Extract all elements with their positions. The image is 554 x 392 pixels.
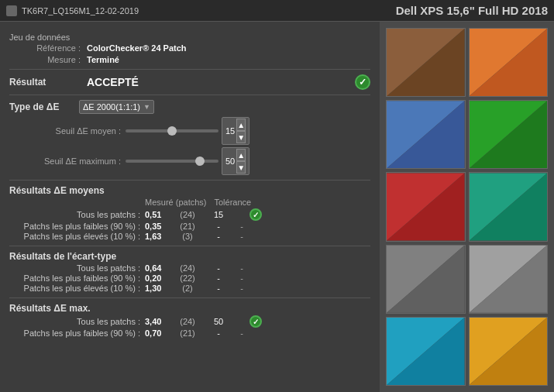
- col-header-mesure: Mesuré (patchs): [145, 198, 206, 207]
- stddev-row-0-tolerance: -: [203, 263, 234, 273]
- title-bar-left: TK6R7_LQ156M1_12-02-2019: [6, 5, 139, 16]
- delta-type-dropdown-value: ΔE 2000(1:1:1): [83, 102, 140, 112]
- stddev-row-2-count: (2): [172, 284, 203, 293]
- max-row-1-count: (21): [172, 328, 203, 338]
- max-row-0: Tous les patchs : 3,40 (24) 50 ✓: [9, 315, 370, 328]
- stddev-section-label: Résultats de l'écart-type: [9, 251, 370, 262]
- patch-7: [386, 245, 466, 314]
- mean-slider-value: 15: [225, 126, 235, 136]
- mean-row-2-value: 1,63: [145, 232, 172, 241]
- patch-6: [469, 172, 549, 241]
- divider-4: [9, 246, 370, 246]
- mean-slider-container: 15 ▲ ▼: [126, 117, 249, 145]
- patch-3: [386, 100, 466, 169]
- app-icon: [6, 5, 17, 16]
- measure-label: Mesure :: [25, 55, 87, 64]
- max-row-1-dash: -: [234, 328, 249, 338]
- patch-1: [386, 28, 466, 97]
- mean-slider-value-box: 15 ▲ ▼: [222, 117, 249, 145]
- measure-value: Terminé: [87, 55, 119, 64]
- mean-row-0: Tous les patchs : 0,51 (24) 15 ✓: [9, 208, 370, 221]
- patch-4: [469, 100, 549, 169]
- mean-slider-label: Seuil ΔE moyen :: [17, 126, 126, 136]
- stddev-row-0-value: 0,64: [145, 263, 172, 273]
- stddev-row-0-count: (24): [172, 263, 203, 273]
- stddev-row-1-count: (22): [172, 273, 203, 283]
- patch-8: [469, 245, 549, 314]
- max-slider-row: Seuil ΔE maximum : 50 ▲ ▼: [9, 147, 370, 175]
- mean-slider[interactable]: [126, 129, 219, 132]
- left-panel: Jeu de données Référence : ColorChecker®…: [0, 22, 380, 392]
- delta-type-dropdown[interactable]: ΔE 2000(1:1:1) ▼: [79, 100, 154, 114]
- stddev-row-2: Patchs les plus élevés (10 %) : 1,30 (2)…: [9, 284, 370, 293]
- max-slider-increment[interactable]: ▲: [236, 149, 246, 161]
- stddev-row-0-label: Tous les patchs :: [17, 263, 145, 273]
- mean-row-0-tolerance: 15: [203, 210, 234, 219]
- stddev-row-0: Tous les patchs : 0,64 (24) - -: [9, 263, 370, 273]
- max-slider-decrement[interactable]: ▼: [236, 161, 246, 174]
- color-patches-panel: [380, 22, 554, 392]
- mean-results-header: Mesuré (patchs) Tolérance: [9, 198, 370, 207]
- mean-row-1-label: Patchs les plus faibles (90 %) :: [17, 222, 145, 231]
- max-row-1-label: Patchs les plus faibles (90 %) :: [17, 328, 145, 338]
- stddev-row-1-tolerance: -: [203, 273, 234, 283]
- max-slider-value-box: 50 ▲ ▼: [222, 147, 249, 175]
- col-header-tolerance: Tolérance: [206, 198, 251, 207]
- max-row-1: Patchs les plus faibles (90 %) : 0,70 (2…: [9, 328, 370, 338]
- mean-row-2-dash: -: [234, 232, 249, 241]
- mean-row-0-value: 0,51: [145, 210, 172, 219]
- mean-row-2-count: (3): [172, 232, 203, 241]
- patch-5: [386, 172, 466, 241]
- mean-row-1-tolerance: -: [203, 222, 234, 231]
- result-value: ACCEPTÉ: [87, 76, 139, 88]
- divider-3: [9, 180, 370, 181]
- mean-row-0-check: ✓: [249, 208, 265, 221]
- max-row-0-check: ✓: [249, 315, 265, 328]
- max-row-0-label: Tous les patchs :: [17, 317, 145, 326]
- mean-slider-increment[interactable]: ▲: [236, 119, 246, 131]
- reference-label: Référence :: [25, 43, 87, 53]
- max-row-0-count: (24): [172, 317, 203, 326]
- stddev-row-1-dash: -: [234, 273, 249, 283]
- max-slider-value: 50: [225, 156, 235, 166]
- reference-value: ColorChecker® 24 Patch: [87, 43, 187, 53]
- divider-5: [9, 297, 370, 298]
- mean-row-0-label: Tous les patchs :: [17, 210, 145, 219]
- title-bar-product: Dell XPS 15,6" Full HD 2018: [396, 4, 548, 17]
- result-label: Résultat: [9, 77, 71, 88]
- max-slider-thumb[interactable]: [195, 156, 205, 166]
- mean-row-2: Patchs les plus élevés (10 %) : 1,63 (3)…: [9, 232, 370, 241]
- mean-row-1-value: 0,35: [145, 222, 172, 231]
- mean-row-1-count: (21): [172, 222, 203, 231]
- measure-row: Mesure : Terminé: [9, 55, 370, 64]
- mean-results-section-label: Résultats ΔE moyens: [9, 185, 370, 196]
- result-check-icon: ✓: [355, 74, 370, 90]
- reference-row: Référence : ColorChecker® 24 Patch: [9, 43, 370, 53]
- dataset-section-label: Jeu de données: [9, 33, 370, 42]
- result-row: Résultat ACCEPTÉ ✓: [9, 74, 370, 90]
- mean-row-1: Patchs les plus faibles (90 %) : 0,35 (2…: [9, 222, 370, 231]
- title-bar: TK6R7_LQ156M1_12-02-2019 Dell XPS 15,6" …: [0, 0, 554, 22]
- stddev-row-1: Patchs les plus faibles (90 %) : 0,20 (2…: [9, 273, 370, 283]
- stddev-row-2-value: 1,30: [145, 284, 172, 293]
- mean-slider-row: Seuil ΔE moyen : 15 ▲ ▼: [9, 117, 370, 145]
- mean-slider-thumb[interactable]: [167, 126, 177, 136]
- stddev-row-1-value: 0,20: [145, 273, 172, 283]
- dropdown-arrow-icon: ▼: [143, 103, 150, 111]
- delta-type-label: Type de ΔE: [9, 101, 79, 112]
- title-bar-filename: TK6R7_LQ156M1_12-02-2019: [22, 6, 139, 15]
- divider-2: [9, 95, 370, 95]
- mean-row-1-dash: -: [234, 222, 249, 231]
- col-header-label: [17, 198, 145, 207]
- stddev-row-2-dash: -: [234, 284, 249, 293]
- mean-slider-decrement[interactable]: ▼: [236, 131, 246, 143]
- patch-9: [386, 317, 466, 386]
- mean-row-2-label: Patchs les plus élevés (10 %) :: [17, 232, 145, 241]
- max-row-1-tolerance: -: [203, 328, 234, 338]
- mean-row-2-tolerance: -: [203, 232, 234, 241]
- max-slider[interactable]: [126, 160, 219, 163]
- stddev-row-2-label: Patchs les plus élevés (10 %) :: [17, 284, 145, 293]
- mean-row-0-count: (24): [172, 210, 203, 219]
- delta-type-row: Type de ΔE ΔE 2000(1:1:1) ▼: [9, 100, 370, 114]
- divider-1: [9, 69, 370, 70]
